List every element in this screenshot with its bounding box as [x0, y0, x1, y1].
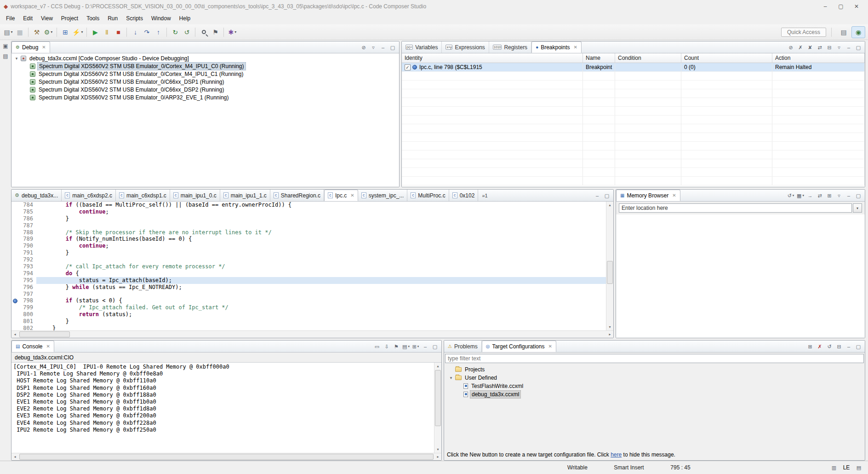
menu-tools[interactable]: Tools [82, 13, 103, 23]
column-header-condition[interactable]: Condition [615, 53, 681, 63]
ccs-debug-perspective-icon[interactable]: ◉ [851, 26, 865, 38]
code-editor[interactable]: 784 if ((baseId == MultiProc_self()) || … [11, 202, 606, 330]
debug-thread-row[interactable]: Spectrum Digital XDS560V2 STM USB Emulat… [11, 86, 399, 93]
debug-thread-row[interactable]: Spectrum Digital XDS560V2 STM USB Emulat… [11, 70, 399, 78]
breakpoint-ruler[interactable] [11, 229, 19, 236]
close-icon[interactable]: ✕ [672, 193, 676, 198]
editor-horizontal-scrollbar[interactable]: ◂ ▸ [11, 330, 613, 338]
close-icon[interactable]: ✕ [42, 45, 46, 50]
tree-item-projects[interactable]: Projects [444, 365, 865, 374]
close-icon[interactable]: ✕ [574, 45, 577, 50]
memory-location-input[interactable] [619, 203, 852, 213]
maximize-icon[interactable]: ▢ [854, 191, 862, 200]
memory-content-area[interactable] [616, 214, 865, 338]
step-over-icon[interactable]: ↷ [141, 27, 152, 38]
flash-icon[interactable]: ⚡▾ [71, 27, 84, 38]
maximize-icon[interactable]: ▢ [388, 43, 397, 52]
editor-tab-main-ipu1-1-c[interactable]: cmain_ipu1_1.c [220, 190, 270, 201]
view-menu-icon[interactable]: ▿ [835, 191, 843, 200]
breakpoint-ruler[interactable] [11, 284, 19, 291]
breakpoint-ruler[interactable] [11, 256, 19, 263]
collapse-all-icon[interactable]: ⊟ [825, 43, 834, 52]
minimize-icon[interactable]: – [845, 191, 853, 200]
clear-console-icon[interactable]: ▭ [373, 342, 381, 351]
maximize-icon[interactable]: ▢ [854, 43, 862, 52]
close-window-icon[interactable]: ✕ [849, 3, 864, 10]
breakpoint-ruler[interactable] [11, 277, 19, 284]
console-output[interactable]: [Cortex_M4_IPU1_C0] IPU1-0 Remote Log Sh… [11, 363, 434, 453]
breakpoint-ruler[interactable] [11, 291, 19, 298]
breakpoint-ruler[interactable] [11, 304, 19, 311]
column-header-count[interactable]: Count [681, 53, 772, 63]
menu-project[interactable]: Project [57, 13, 82, 23]
advanced-scripting-icon[interactable]: ✱▾ [227, 27, 238, 38]
expand-icon[interactable]: ▾ [14, 56, 19, 61]
breakpoint-ruler[interactable] [11, 270, 19, 277]
debug-icon[interactable]: ⚙▾ [43, 27, 54, 38]
close-icon[interactable]: ✕ [350, 193, 354, 198]
remove-breakpoint-icon[interactable]: ✗ [796, 43, 805, 52]
menu-scripts[interactable]: Scripts [122, 13, 147, 23]
resume-icon[interactable]: ▶ [90, 27, 101, 38]
display-selected-console-icon[interactable]: ▤▾ [402, 342, 410, 351]
step-return-icon[interactable]: ↑ [153, 27, 164, 38]
maximize-icon[interactable]: ▢ [431, 342, 439, 351]
quick-access-button[interactable]: Quick Access [781, 28, 826, 37]
breakpoint-ruler[interactable] [11, 243, 19, 249]
editor-tab-main-c6xdsp1-c[interactable]: cmain_c6xdsp1.c [116, 190, 170, 201]
scroll-left-icon[interactable]: ◂ [11, 453, 18, 460]
minimize-icon[interactable]: – [593, 191, 601, 200]
console-horizontal-scrollbar[interactable]: ◂ ▸ [11, 453, 441, 460]
view-menu-icon[interactable]: ▿ [835, 43, 843, 52]
minimized-views-icon[interactable]: ▤ [3, 53, 8, 59]
tree-item-debug-tda3x-ccxml[interactable]: debug_tda3x.ccxml [444, 390, 865, 399]
new-tab-icon[interactable]: ⊞ [825, 191, 834, 200]
breakpoint-ruler[interactable] [11, 325, 19, 330]
breakpoint-ruler[interactable] [11, 311, 19, 318]
breakpoint-ruler[interactable] [11, 222, 19, 229]
breakpoint-ruler[interactable] [11, 318, 19, 325]
column-header-action[interactable]: Action [772, 53, 865, 63]
scrollbar-thumb[interactable] [435, 370, 441, 426]
refresh-icon[interactable]: ↺ [181, 27, 192, 38]
column-header-identity[interactable]: Identity [402, 53, 583, 63]
tab-debug[interactable]: ⚙ Debug ✕ [11, 41, 50, 53]
link-with-debug-view-icon[interactable]: ⇄ [816, 43, 824, 52]
scrollbar-thumb[interactable] [607, 261, 613, 284]
debug-thread-row[interactable]: Spectrum Digital XDS560V2 STM USB Emulat… [11, 62, 399, 70]
search-icon[interactable] [198, 27, 209, 38]
tree-item-user-defined[interactable]: ▾User Defined [444, 374, 865, 382]
link-icon[interactable]: ⇄ [816, 191, 824, 200]
breakpoint-ruler[interactable] [11, 215, 19, 222]
menu-help[interactable]: Help [175, 13, 195, 23]
open-console-icon[interactable]: ⊞▾ [411, 342, 420, 351]
editor-tab-main-c6xdsp2-c[interactable]: cmain_c6xdsp2.c [62, 190, 116, 201]
filter-input[interactable] [445, 354, 864, 363]
minimize-window-icon[interactable]: – [817, 3, 833, 10]
memory-location-go-icon[interactable]: ▾ [853, 203, 862, 213]
go-to-address-icon[interactable]: → [806, 191, 814, 200]
step-into-icon[interactable]: ↓ [130, 27, 141, 38]
scrollbar-thumb[interactable] [19, 454, 434, 460]
tab-breakpoints[interactable]: ●Breakpoints✕ [531, 41, 582, 53]
new-icon[interactable]: ▤▾ [3, 27, 14, 38]
tab-memory-browser[interactable]: ▦ Memory Browser ✕ [616, 190, 680, 201]
editor-tab-debug-tda3x[interactable]: ⚙debug_tda3x... [11, 190, 62, 201]
scroll-down-icon[interactable]: ▾ [434, 446, 441, 453]
close-icon[interactable]: ✕ [46, 344, 50, 349]
close-icon[interactable]: ✕ [548, 344, 552, 349]
editor-tab-multiproc-c[interactable]: cMultiProc.c [407, 190, 449, 201]
collapse-all-icon[interactable]: ⊟ [835, 342, 843, 351]
breakpoint-ruler[interactable] [11, 263, 19, 270]
suspend-icon[interactable]: Ⅱ [101, 27, 112, 38]
view-menu-icon[interactable]: ▿ [369, 43, 377, 52]
debug-thread-row[interactable]: Spectrum Digital XDS560V2 STM USB Emulat… [11, 93, 399, 101]
refresh-memory-icon[interactable]: ↺▾ [787, 191, 795, 200]
minimize-icon[interactable]: – [379, 43, 387, 52]
menu-run[interactable]: Run [103, 13, 122, 23]
disconnect-icon[interactable]: ⊘ [360, 43, 368, 52]
debug-launch-root[interactable]: ▾debug_tda3x.ccxml [Code Composer Studio… [11, 54, 399, 62]
refresh-target-icon[interactable]: ↺ [825, 342, 834, 351]
tab-console[interactable]: ▤ Console ✕ [11, 341, 54, 352]
pin-icon[interactable]: ⚑ [210, 27, 221, 38]
